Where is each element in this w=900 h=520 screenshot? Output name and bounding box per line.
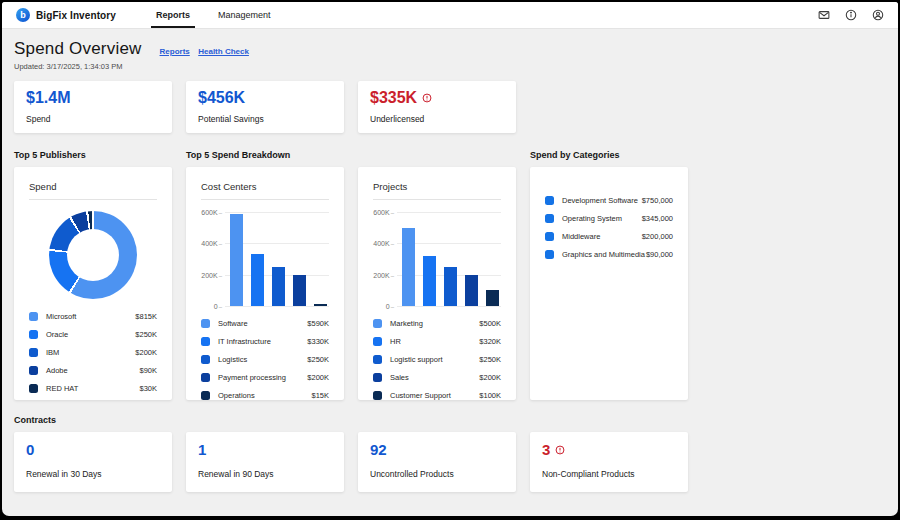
account-icon[interactable]	[872, 9, 884, 21]
legend-swatch-icon	[545, 232, 554, 241]
contract-card-uncontrolled-products[interactable]: 92 Uncontrolled Products	[358, 432, 516, 492]
legend-label: Operations	[218, 391, 311, 400]
brand[interactable]: b BigFix Inventory	[16, 2, 116, 28]
legend-value: $330K	[307, 337, 329, 346]
legend-label: Development Software	[562, 196, 642, 205]
info-icon[interactable]	[845, 9, 857, 21]
legend-swatch-icon	[545, 196, 554, 205]
legend-row: Graphics and Multimedia$90,000	[545, 245, 673, 263]
legend-value: $100K	[479, 391, 501, 400]
projects-bar-chart[interactable]: 600K400K200K0	[373, 212, 501, 306]
contract-card-non-compliant-products[interactable]: 3 Non-Compliant Products	[530, 432, 688, 492]
legend-swatch-icon	[201, 355, 210, 364]
contracts-header: Contracts	[14, 415, 886, 425]
legend-label: RED HAT	[46, 384, 139, 393]
kpi-value-text: $456K	[198, 89, 245, 107]
legend-swatch-icon	[29, 348, 38, 357]
kpi-value-text: $335K	[370, 89, 417, 107]
contract-value-text: 3	[542, 441, 550, 458]
bar[interactable]	[402, 228, 415, 306]
legend-swatch-icon	[373, 337, 382, 346]
legend-value: $250K	[307, 355, 329, 364]
section-header-spend-by-categories: Spend by Categories	[530, 150, 688, 160]
legend-row: Adobe$90K	[29, 361, 157, 379]
legend-swatch-icon	[29, 330, 38, 339]
mail-icon[interactable]	[818, 9, 830, 21]
categories-legend: Development Software$750,000Operating Sy…	[545, 191, 673, 263]
tab-reports-label: Reports	[156, 10, 190, 20]
bar[interactable]	[423, 256, 436, 306]
link-reports[interactable]: Reports	[160, 47, 190, 56]
plot-area	[397, 212, 501, 306]
bar[interactable]	[293, 275, 306, 306]
legend-row: Operations$15K	[201, 386, 329, 404]
legend-swatch-icon	[545, 214, 554, 223]
legend-swatch-icon	[373, 355, 382, 364]
legend-value: $200K	[479, 373, 501, 382]
bar[interactable]	[444, 267, 457, 306]
tab-management-label: Management	[218, 10, 271, 20]
legend-swatch-icon	[29, 366, 38, 375]
legend-label: Operating System	[562, 214, 642, 223]
contract-value: 1	[198, 441, 332, 458]
legend-value: $250K	[479, 355, 501, 364]
legend-label: Microsoft	[46, 312, 135, 321]
kpi-value: $335K	[370, 89, 504, 107]
kpi-label: Spend	[26, 114, 160, 124]
legend-label: HR	[390, 337, 479, 346]
cost-centers-legend: Software$590KIT Infrastructure$330KLogis…	[201, 314, 329, 404]
cost-centers-card: Cost Centers 600K400K200K0 Software$590K…	[186, 167, 344, 400]
legend-label: Customer Support	[390, 391, 479, 400]
cost-centers-bar-chart[interactable]: 600K400K200K0	[201, 212, 329, 306]
section-header-top5-spend-breakdown: Top 5 Spend Breakdown	[186, 150, 516, 160]
bar[interactable]	[230, 214, 243, 306]
legend-value: $815K	[135, 312, 157, 321]
legend-row: HR$320K	[373, 332, 501, 350]
kpi-value: $1.4M	[26, 89, 160, 107]
top-nav: b BigFix Inventory Reports Management	[2, 2, 898, 29]
legend-label: IT Infrastructure	[218, 337, 307, 346]
contract-label: Uncontrolled Products	[370, 469, 504, 479]
legend-label: Graphics and Multimedia	[562, 250, 646, 259]
legend-swatch-icon	[373, 391, 382, 400]
legend-label: IBM	[46, 348, 135, 357]
bar[interactable]	[465, 275, 478, 306]
tab-reports[interactable]: Reports	[142, 2, 204, 28]
contract-label: Renewal in 90 Days	[198, 469, 332, 479]
contract-value: 3	[542, 441, 676, 458]
bar[interactable]	[486, 290, 499, 306]
legend-row: Sales$200K	[373, 368, 501, 386]
app-window: b BigFix Inventory Reports Management Sp…	[2, 2, 898, 516]
legend-row: Microsoft$815K	[29, 307, 157, 325]
bar[interactable]	[272, 267, 285, 306]
warning-icon	[555, 445, 565, 455]
legend-value: $500K	[479, 319, 501, 328]
legend-value: $250K	[135, 330, 157, 339]
kpi-card-underlicensed[interactable]: $335K Underlicensed	[358, 81, 516, 133]
contract-card-renewal-30[interactable]: 0 Renewal in 30 Days	[14, 432, 172, 492]
bar[interactable]	[251, 254, 264, 306]
kpi-card-potential-savings[interactable]: $456K Potential Savings	[186, 81, 344, 133]
bars-group	[230, 212, 329, 306]
last-updated-text: Updated: 3/17/2025, 1:34:03 PM	[14, 62, 886, 71]
legend-row: Middleware$200,000	[545, 227, 673, 245]
legend-label: Payment processing	[218, 373, 307, 382]
legend-swatch-icon	[373, 373, 382, 382]
kpi-card-spend[interactable]: $1.4M Spend	[14, 81, 172, 133]
gridline	[225, 306, 329, 307]
legend-swatch-icon	[201, 337, 210, 346]
publishers-spend-card: Spend Microsoft$815KOracle$250KIBM$200KA…	[14, 167, 172, 400]
contract-card-renewal-90[interactable]: 1 Renewal in 90 Days	[186, 432, 344, 492]
legend-value: $90K	[139, 366, 157, 375]
link-health-check[interactable]: Health Check	[198, 47, 249, 56]
tab-management[interactable]: Management	[204, 2, 285, 28]
y-tick-label: 600K	[201, 209, 222, 216]
legend-label: Marketing	[390, 319, 479, 328]
y-tick-label: 200K	[373, 271, 394, 278]
publishers-donut-chart[interactable]	[49, 211, 137, 299]
section-header-top5-publishers: Top 5 Publishers	[14, 150, 172, 160]
y-tick-label: 400K	[373, 240, 394, 247]
y-axis: 600K400K200K0	[201, 212, 225, 306]
legend-value: $750,000	[642, 196, 673, 205]
bar[interactable]	[314, 304, 327, 306]
